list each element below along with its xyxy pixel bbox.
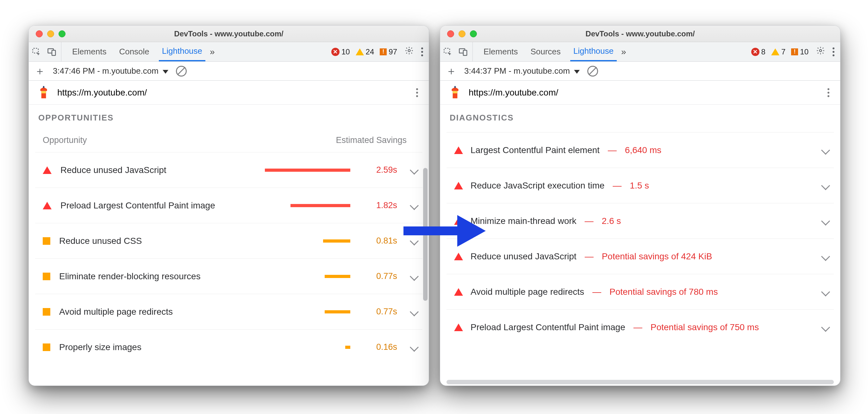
chevron-down-icon: [410, 307, 418, 316]
svg-rect-12: [453, 91, 458, 93]
more-menu-icon[interactable]: [420, 47, 426, 56]
tabs-overflow-icon[interactable]: »: [209, 47, 216, 57]
chevron-down-icon: [821, 181, 830, 190]
svg-point-3: [408, 50, 410, 52]
error-icon: ✕: [331, 48, 340, 56]
section-title: OPPORTUNITIES: [29, 105, 429, 127]
window-title: DevTools - www.youtube.com/: [440, 29, 840, 38]
inspect-element-icon[interactable]: [443, 47, 453, 57]
chevron-down-icon: [410, 272, 418, 281]
severity-triangle-icon: [454, 147, 463, 154]
diagnostic-value: Potential savings of 424 KiB: [602, 251, 712, 261]
new-report-button[interactable]: ＋: [34, 64, 45, 78]
savings-value: 2.59s: [359, 165, 397, 175]
zoom-window-button[interactable]: [470, 30, 477, 37]
savings-bar: [265, 240, 350, 243]
info-chip[interactable]: !10: [790, 47, 810, 56]
savings-value: 0.16s: [359, 342, 397, 352]
opportunity-row[interactable]: Properly size images0.16s: [35, 329, 423, 365]
diagnostic-row[interactable]: Minimize main-thread work—2.6 s: [446, 203, 834, 238]
severity-triangle-icon: [43, 166, 52, 174]
new-report-button[interactable]: ＋: [446, 64, 457, 78]
severity-square-icon: [43, 273, 50, 280]
diagnostic-title: Reduce unused JavaScript: [470, 251, 577, 261]
chevron-down-icon: [821, 252, 830, 261]
diagnostic-value: Potential savings of 780 ms: [610, 287, 718, 297]
severity-triangle-icon: [43, 202, 52, 210]
report-menu-icon[interactable]: [826, 88, 832, 97]
lighthouse-icon: [448, 86, 462, 99]
opportunity-row[interactable]: Preload Largest Contentful Paint image1.…: [35, 188, 423, 223]
warning-icon: [771, 49, 779, 55]
svg-rect-9: [463, 50, 467, 55]
savings-value: 0.81s: [359, 236, 397, 246]
minimize-window-button[interactable]: [47, 30, 54, 37]
tab-sources[interactable]: Sources: [527, 42, 564, 61]
dash-separator: —: [584, 251, 594, 261]
chevron-down-icon: [821, 323, 830, 331]
clear-report-button[interactable]: [176, 66, 187, 76]
severity-square-icon: [43, 308, 50, 316]
close-window-button[interactable]: [36, 30, 43, 37]
opportunity-row[interactable]: Eliminate render-blocking resources0.77s: [35, 258, 423, 294]
devtools-tabstrip: Elements Console Lighthouse » ✕10 24 !97: [29, 42, 429, 62]
device-toolbar-icon[interactable]: [459, 47, 468, 57]
close-window-button[interactable]: [447, 30, 454, 37]
chevron-down-icon: [821, 216, 830, 225]
opportunity-row[interactable]: Reduce unused CSS0.81s: [35, 223, 423, 258]
report-menu-icon[interactable]: [415, 88, 421, 97]
clear-report-button[interactable]: [587, 66, 598, 76]
diagnostic-row[interactable]: Reduce JavaScript execution time—1.5 s: [446, 168, 834, 203]
tab-elements[interactable]: Elements: [480, 42, 521, 61]
dash-separator: —: [633, 322, 643, 332]
title-bar: DevTools - www.youtube.com/: [440, 26, 840, 42]
severity-square-icon: [43, 344, 50, 351]
scrollbar-horizontal[interactable]: [446, 380, 834, 384]
opportunity-title: Reduce unused JavaScript: [60, 165, 166, 175]
diagnostic-row[interactable]: Preload Largest Contentful Paint image—P…: [446, 309, 834, 345]
inspect-element-icon[interactable]: [32, 47, 41, 57]
diagnostic-title: Minimize main-thread work: [470, 216, 577, 226]
tab-lighthouse[interactable]: Lighthouse: [159, 42, 205, 61]
device-toolbar-icon[interactable]: [47, 47, 57, 57]
tabs-overflow-icon[interactable]: »: [620, 47, 627, 57]
settings-gear-icon[interactable]: [813, 46, 828, 57]
warnings-chip[interactable]: 7: [770, 47, 787, 56]
svg-rect-13: [455, 86, 456, 88]
opportunity-title: Preload Largest Contentful Paint image: [60, 200, 215, 211]
info-chip[interactable]: !97: [378, 47, 398, 56]
errors-chip[interactable]: ✕10: [330, 47, 351, 56]
tab-elements[interactable]: Elements: [69, 42, 110, 61]
diagnostic-row[interactable]: Avoid multiple page redirects—Potential …: [446, 274, 834, 309]
diagnostic-row[interactable]: Reduce unused JavaScript—Potential savin…: [446, 238, 834, 274]
report-url: https://m.youtube.com/: [57, 88, 408, 98]
minimize-window-button[interactable]: [459, 30, 465, 37]
opportunity-row[interactable]: Avoid multiple page redirects0.77s: [35, 294, 423, 329]
report-select[interactable]: 3:47:46 PM - m.youtube.com: [53, 66, 168, 76]
tab-lighthouse[interactable]: Lighthouse: [570, 42, 617, 61]
section-title: DIAGNOSTICS: [440, 105, 840, 127]
zoom-window-button[interactable]: [59, 30, 65, 37]
scrollbar-vertical[interactable]: [423, 168, 428, 301]
tab-console[interactable]: Console: [116, 42, 152, 61]
severity-triangle-icon: [454, 253, 463, 260]
severity-triangle-icon: [454, 217, 463, 225]
dash-separator: —: [612, 181, 622, 191]
chevron-down-icon: [410, 343, 418, 351]
savings-bar: [265, 204, 350, 207]
warning-icon: [356, 49, 364, 55]
report-select[interactable]: 3:44:37 PM - m.youtube.com: [464, 66, 580, 76]
report-timestamp: 3:44:37 PM - m.youtube.com: [464, 66, 570, 75]
savings-value: 0.77s: [359, 272, 397, 281]
more-menu-icon[interactable]: [831, 47, 837, 56]
opportunity-title: Reduce unused CSS: [59, 236, 142, 246]
col-savings: Estimated Savings: [336, 135, 407, 145]
warnings-chip[interactable]: 24: [354, 47, 376, 56]
chevron-down-icon: [410, 201, 418, 210]
settings-gear-icon[interactable]: [402, 46, 417, 57]
opportunity-row[interactable]: Reduce unused JavaScript2.59s: [35, 152, 423, 188]
chevron-down-icon: [821, 146, 830, 154]
diagnostic-row[interactable]: Largest Contentful Paint element—6,640 m…: [446, 132, 834, 168]
errors-chip[interactable]: ✕8: [750, 47, 767, 56]
chevron-down-icon: [821, 287, 830, 296]
